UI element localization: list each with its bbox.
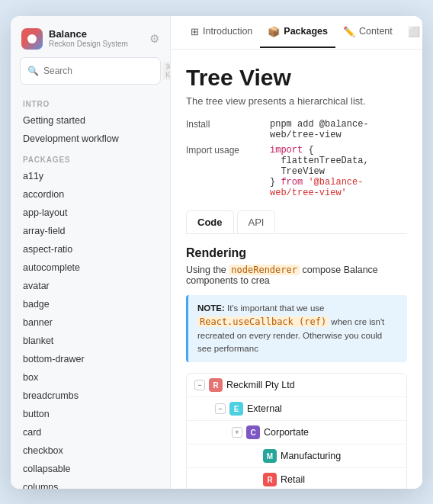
intro-section-label: INTRO (11, 92, 170, 111)
import-label: Import usage (186, 145, 255, 156)
tab-packages-label: Packages (284, 26, 328, 37)
sidebar-item-checkbox[interactable]: checkbox (11, 441, 170, 460)
sidebar-item-autocomplete[interactable]: autocomplete (11, 258, 170, 277)
tab-content[interactable]: ✏️ Content (335, 17, 400, 48)
sidebar-item-banner[interactable]: banner (11, 313, 170, 332)
install-value: pnpm add @balance-web/tree-view (270, 119, 407, 140)
sidebar-item-collapsable[interactable]: collapsable (11, 460, 170, 478)
app-window: Balance Reckon Design System ⚙ 🔍 ⌘ K INT… (11, 16, 422, 489)
brand-text: Balance Reckon Design System (49, 28, 128, 50)
tree-toggle[interactable]: − (215, 403, 226, 414)
tab-introduction-label: Introduction (203, 26, 252, 37)
page-title: Tree View (186, 65, 407, 91)
sidebar-item-breadcrumbs[interactable]: breadcrumbs (11, 387, 170, 405)
brand: Balance Reckon Design System (21, 28, 128, 50)
highlight-text: nodeRenderer (229, 265, 300, 275)
install-table: Install pnpm add @balance-web/tree-view … (186, 119, 407, 198)
install-row: Install pnpm add @balance-web/tree-view (186, 119, 407, 140)
brand-title: Balance (49, 28, 128, 40)
sidebar-item-button[interactable]: button (11, 405, 170, 423)
note-box: NOTE: It's important that we use React.u… (186, 295, 407, 362)
tree-row: −EExternal (187, 397, 406, 421)
tree-label: Corportate (264, 427, 309, 438)
tab-patterns[interactable]: ⬜ Patterns (400, 17, 422, 48)
tree-row: +CCorportate (187, 421, 406, 445)
sidebar-nav: INTRO Getting started Development workfl… (11, 92, 170, 489)
import-value: import { flattenTreeData, TreeView } fro… (270, 145, 407, 198)
sidebar-item-array-field[interactable]: array-field (11, 222, 170, 240)
sidebar: Balance Reckon Design System ⚙ 🔍 ⌘ K INT… (11, 16, 171, 489)
tab-code[interactable]: Code (186, 210, 234, 233)
introduction-icon: ⊞ (191, 26, 199, 37)
tree-badge: E (229, 402, 243, 416)
tree-label: External (247, 403, 282, 414)
main-content: ⊞ Introduction 📦 Packages ✏️ Content ⬜ P… (171, 16, 422, 489)
packages-icon: 📦 (268, 26, 280, 37)
install-label: Install (186, 119, 255, 130)
tree-badge: R (263, 473, 277, 486)
package-list: a11yaccordionapp-layoutarray-fieldaspect… (11, 167, 170, 489)
page-subtitle: The tree view presents a hierarchical li… (186, 95, 407, 107)
gear-icon[interactable]: ⚙ (149, 32, 159, 46)
search-shortcut: ⌘ K (162, 62, 171, 80)
content-area: Tree View The tree view presents a hiera… (171, 50, 422, 489)
tab-content-label: Content (359, 26, 393, 37)
sidebar-item-accordion[interactable]: accordion (11, 185, 170, 204)
tree-label: Manufacturing (281, 451, 341, 461)
sidebar-item-card[interactable]: card (11, 423, 170, 441)
tree-badge: M (263, 449, 277, 463)
patterns-icon: ⬜ (408, 26, 420, 37)
search-box[interactable]: 🔍 ⌘ K (20, 57, 161, 85)
note-highlight: React.useCallback (ref) (197, 316, 329, 327)
sidebar-item-box[interactable]: box (11, 368, 170, 387)
sidebar-header: Balance Reckon Design System ⚙ (11, 16, 170, 57)
packages-section-label: PACKAGES (11, 148, 170, 167)
sidebar-item-columns[interactable]: columns (11, 478, 170, 489)
search-icon: 🔍 (27, 66, 39, 76)
tree-container: −RReckmill Pty Ltd−EExternal+CCorportate… (186, 373, 407, 489)
sidebar-item-badge[interactable]: badge (11, 295, 170, 313)
tab-api[interactable]: API (237, 210, 276, 233)
tree-badge: R (209, 378, 223, 392)
sidebar-item-blanket[interactable]: blanket (11, 332, 170, 350)
tree-toggle[interactable]: − (194, 380, 205, 390)
content-tabs: Code API (186, 210, 407, 234)
tree-badge: C (246, 425, 260, 439)
top-nav: ⊞ Introduction 📦 Packages ✏️ Content ⬜ P… (171, 16, 422, 50)
sidebar-item-aspect-ratio[interactable]: aspect-ratio (11, 240, 170, 258)
tree-row: −RReckmill Pty Ltd (187, 374, 406, 397)
tree-label: Reckmill Pty Ltd (226, 380, 295, 390)
tree-label: Retail (281, 474, 305, 485)
sidebar-item-dev-workflow[interactable]: Development workflow (11, 130, 170, 148)
sidebar-item-app-layout[interactable]: app-layout (11, 204, 170, 222)
sidebar-item-avatar[interactable]: avatar (11, 277, 170, 295)
tree-toggle[interactable]: + (232, 427, 242, 438)
brand-subtitle: Reckon Design System (49, 40, 128, 49)
content-icon: ✏️ (343, 26, 355, 37)
sidebar-item-getting-started[interactable]: Getting started (11, 111, 170, 130)
sidebar-item-a11y[interactable]: a11y (11, 167, 170, 185)
brand-logo (21, 28, 43, 50)
search-input[interactable] (43, 66, 158, 76)
import-row: Import usage import { flattenTreeData, T… (186, 145, 407, 198)
tab-packages[interactable]: 📦 Packages (260, 17, 335, 48)
tab-introduction[interactable]: ⊞ Introduction (183, 17, 260, 48)
sidebar-item-bottom-drawer[interactable]: bottom-drawer (11, 350, 170, 368)
section-title: Rendering (186, 246, 407, 260)
tree-row: MManufacturing (187, 445, 406, 468)
tree-row: RRetail (187, 468, 406, 489)
section-desc: Using the nodeRenderer compose Balance c… (186, 265, 407, 286)
brand-logo-icon (27, 34, 37, 43)
